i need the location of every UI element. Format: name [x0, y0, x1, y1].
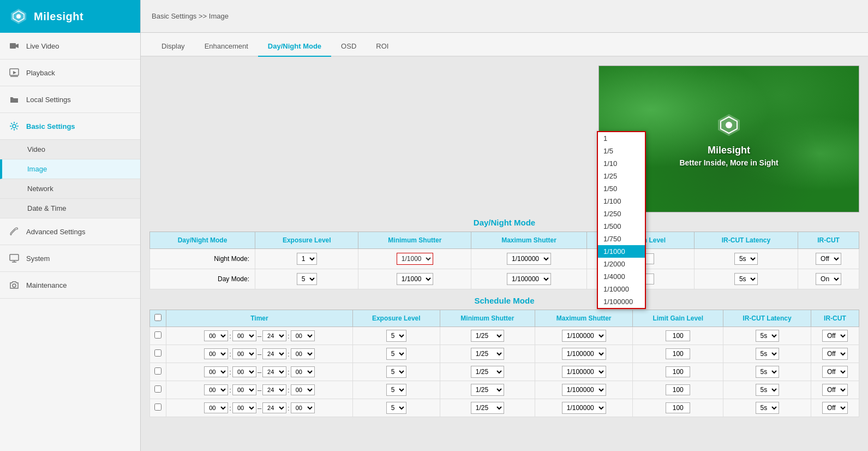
sch-ircut-3[interactable]: OffOn [822, 384, 848, 396]
min-shutter-cell[interactable]: 1/1000 [358, 269, 471, 289]
sch-latency-1[interactable]: 5s [756, 348, 779, 360]
timer-end-m-3[interactable]: 0030 [291, 384, 315, 395]
schedule-latency-4[interactable]: 5s [723, 399, 811, 417]
schedule-exposure-0[interactable]: 12345 [352, 327, 440, 345]
schedule-max-shutter-2[interactable]: 1/100000 [535, 363, 633, 381]
schedule-exposure-2[interactable]: 12345 [352, 363, 440, 381]
row-checkbox-cell[interactable] [150, 399, 166, 417]
dd-option-1-10000[interactable]: 1/10000 [598, 283, 645, 295]
sch-min-shutter-2[interactable]: 1/251/501/100 [471, 366, 504, 378]
dd-option-1-5[interactable]: 1/5 [598, 145, 645, 157]
dd-option-1[interactable]: 1 [598, 132, 645, 145]
timer-start-h-2[interactable]: 0001061218 [204, 366, 228, 377]
schedule-gain-1[interactable] [633, 345, 723, 363]
sch-gain-input-3[interactable] [666, 384, 690, 395]
sch-max-shutter-3[interactable]: 1/100000 [562, 384, 606, 396]
latency-cell[interactable]: 5s [694, 269, 798, 289]
night-max-shutter-select[interactable]: 1/100000 [507, 253, 551, 265]
row-checkbox-cell[interactable] [150, 345, 166, 363]
timer-end-h-4[interactable]: 241218 [262, 402, 286, 413]
timer-start-h-1[interactable]: 0001061218 [204, 348, 228, 359]
timer-end-h-3[interactable]: 241218 [262, 384, 286, 395]
dd-option-1-50[interactable]: 1/50 [598, 182, 645, 195]
tab-enhancement[interactable]: Enhancement [195, 37, 258, 57]
sch-gain-input-2[interactable] [666, 366, 690, 377]
timer-cell-3[interactable]: 0001061218 : 0030 – 241218 : 0030 [166, 381, 353, 399]
minimum-shutter-dropdown[interactable]: 1 1/5 1/10 1/25 1/50 1/100 1/250 1/500 1… [597, 131, 646, 309]
schedule-exposure-3[interactable]: 12345 [352, 381, 440, 399]
sch-gain-input-4[interactable] [666, 402, 690, 413]
schedule-row-checkbox[interactable] [154, 403, 161, 411]
schedule-min-shutter-3[interactable]: 1/251/501/100 [440, 381, 535, 399]
schedule-row-checkbox[interactable] [154, 385, 161, 393]
row-checkbox-cell[interactable] [150, 327, 166, 345]
sch-min-shutter-3[interactable]: 1/251/501/100 [471, 384, 504, 396]
sch-exposure-select-4[interactable]: 12345 [386, 402, 406, 414]
tab-display[interactable]: Display [152, 37, 195, 57]
timer-end-m-2[interactable]: 0030 [291, 366, 315, 377]
schedule-max-shutter-0[interactable]: 1/100000 [535, 327, 633, 345]
day-max-shutter-select[interactable]: 1/100000 [507, 273, 551, 285]
day-min-shutter-select[interactable]: 1/1000 [397, 273, 433, 285]
schedule-select-all[interactable] [154, 314, 161, 321]
schedule-exposure-1[interactable]: 12345 [352, 345, 440, 363]
sch-exposure-select-2[interactable]: 12345 [386, 366, 406, 378]
schedule-ircut-4[interactable]: OffOn [811, 399, 859, 417]
sch-ircut-1[interactable]: OffOn [822, 348, 848, 360]
night-exposure-select[interactable]: 12345 [297, 253, 317, 265]
sch-exposure-select-0[interactable]: 12345 [386, 330, 406, 342]
sch-gain-input-1[interactable] [666, 348, 690, 359]
timer-start-m-0[interactable]: 0030 [232, 330, 256, 341]
min-shutter-cell[interactable]: 1/1000 [358, 249, 471, 269]
dd-option-1-100[interactable]: 1/100 [598, 195, 645, 207]
sch-max-shutter-2[interactable]: 1/100000 [562, 366, 606, 378]
schedule-ircut-0[interactable]: OffOn [811, 327, 859, 345]
schedule-latency-0[interactable]: 5s [723, 327, 811, 345]
tab-roi[interactable]: ROI [366, 37, 398, 57]
day-exposure-select[interactable]: 12345 [297, 273, 317, 285]
timer-end-h-1[interactable]: 241218 [262, 348, 286, 359]
schedule-min-shutter-0[interactable]: 1/251/501/100 [440, 327, 535, 345]
sch-min-shutter-0[interactable]: 1/251/501/100 [471, 330, 504, 342]
dd-option-1-750[interactable]: 1/750 [598, 233, 645, 245]
schedule-latency-1[interactable]: 5s [723, 345, 811, 363]
night-min-shutter-select[interactable]: 1/1000 [397, 253, 433, 265]
sidebar-item-system[interactable]: System [0, 245, 140, 272]
timer-start-h-3[interactable]: 0001061218 [204, 384, 228, 395]
tab-osd[interactable]: OSD [331, 37, 366, 57]
sch-ircut-0[interactable]: OffOn [822, 330, 848, 342]
schedule-max-shutter-4[interactable]: 1/100000 [535, 399, 633, 417]
row-checkbox-cell[interactable] [150, 363, 166, 381]
max-shutter-cell[interactable]: 1/100000 [471, 249, 587, 269]
sch-ircut-4[interactable]: OffOn [822, 402, 848, 414]
timer-end-m-4[interactable]: 0030 [291, 402, 315, 413]
schedule-exposure-4[interactable]: 12345 [352, 399, 440, 417]
sch-latency-0[interactable]: 5s [756, 330, 779, 342]
timer-cell-2[interactable]: 0001061218 : 0030 – 241218 : 0030 [166, 363, 353, 381]
sidebar-item-advanced-settings[interactable]: Advanced Settings [0, 218, 140, 245]
sch-max-shutter-1[interactable]: 1/100000 [562, 348, 606, 360]
sidebar-item-playback[interactable]: Playback [0, 60, 140, 86]
sidebar-item-maintenance[interactable]: Maintenance [0, 272, 140, 299]
day-latency-select[interactable]: 5s [734, 273, 758, 285]
sidebar-item-local-settings[interactable]: Local Settings [0, 86, 140, 113]
dd-option-1-25[interactable]: 1/25 [598, 170, 645, 182]
schedule-gain-4[interactable] [633, 399, 723, 417]
exposure-cell[interactable]: 12345 [255, 269, 358, 289]
schedule-ircut-2[interactable]: OffOn [811, 363, 859, 381]
ircut-cell[interactable]: OffOn [798, 269, 859, 289]
sidebar-item-live-video[interactable]: Live Video [0, 33, 140, 60]
sch-min-shutter-4[interactable]: 1/251/501/100 [471, 402, 504, 414]
max-shutter-cell[interactable]: 1/100000 [471, 269, 587, 289]
schedule-min-shutter-2[interactable]: 1/251/501/100 [440, 363, 535, 381]
sch-gain-input-0[interactable] [666, 330, 690, 341]
schedule-max-shutter-3[interactable]: 1/100000 [535, 381, 633, 399]
timer-end-h-0[interactable]: 241218 [262, 330, 286, 341]
schedule-latency-3[interactable]: 5s [723, 381, 811, 399]
dd-option-1-500[interactable]: 1/500 [598, 220, 645, 233]
schedule-ircut-3[interactable]: OffOn [811, 381, 859, 399]
col-checkbox-header[interactable] [150, 310, 166, 327]
sidebar-item-basic-settings[interactable]: Basic Settings [0, 113, 140, 140]
schedule-max-shutter-1[interactable]: 1/100000 [535, 345, 633, 363]
sch-exposure-select-1[interactable]: 12345 [386, 348, 406, 360]
